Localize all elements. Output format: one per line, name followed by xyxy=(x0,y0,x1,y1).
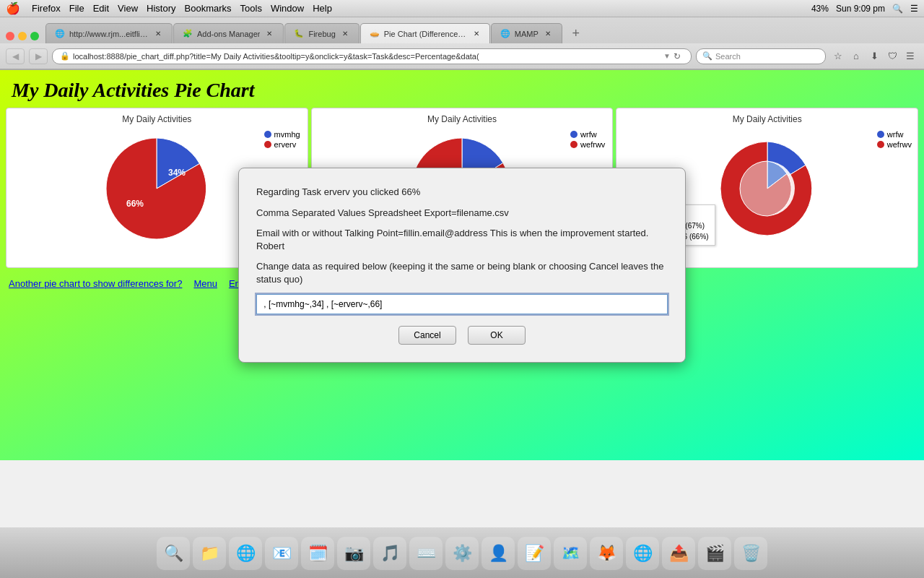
tab-bar: 🌐 http://www.rjm...eitfliessohigh ✕ 🧩 Ad… xyxy=(0,17,924,43)
tab-close-firebug[interactable]: ✕ xyxy=(340,29,350,39)
dock-icon-calendar[interactable]: 🗓️ xyxy=(301,537,334,570)
apple-menu[interactable]: 🍎 xyxy=(6,1,20,15)
menubar: 🍎 Firefox File Edit View History Bookmar… xyxy=(0,0,924,17)
ok-button[interactable]: OK xyxy=(468,326,526,345)
menu-help[interactable]: Help xyxy=(313,3,332,14)
tab-favicon: 🌐 xyxy=(55,29,65,38)
menu-tools[interactable]: Tools xyxy=(240,3,262,14)
tab-close-addons[interactable]: ✕ xyxy=(264,29,274,39)
tab-rjm[interactable]: 🌐 http://www.rjm...eitfliessohigh ✕ xyxy=(45,23,173,43)
battery-status: 43% xyxy=(811,4,829,14)
window-maximize[interactable] xyxy=(30,32,39,40)
menubar-search-icon[interactable]: 🔍 xyxy=(892,4,903,14)
dock-icon-maps[interactable]: 🗺️ xyxy=(554,537,587,570)
tab-piechart[interactable]: 🥧 Pie Chart (Differences) - RJ... ✕ xyxy=(360,23,490,43)
menu-window[interactable]: Window xyxy=(271,3,304,14)
download-icon[interactable]: ⬇ xyxy=(866,48,882,64)
refresh-button[interactable]: ↻ xyxy=(671,50,684,63)
url-text: localhost:8888/pie_chart_diff.php?title=… xyxy=(73,52,663,61)
back-button[interactable]: ◀ xyxy=(6,48,25,64)
search-bar[interactable]: 🔍 Search xyxy=(696,48,826,64)
clock: Sun 9:09 pm xyxy=(836,4,885,14)
modal-overlay: Regarding Task erverv you clicked 66% Co… xyxy=(0,70,924,460)
dock-icon-terminal[interactable]: ⌨️ xyxy=(409,537,443,570)
search-placeholder: Search xyxy=(715,52,741,61)
forward-button[interactable]: ▶ xyxy=(29,48,48,64)
menu-file[interactable]: File xyxy=(69,3,84,14)
tab-firebug[interactable]: 🐛 Firebug ✕ xyxy=(284,23,359,43)
menu-bookmarks[interactable]: Bookmarks xyxy=(185,3,232,14)
modal-dialog: Regarding Task erverv you clicked 66% Co… xyxy=(238,168,686,362)
dock-icon-settings[interactable]: ⚙️ xyxy=(445,537,479,570)
menu-icon[interactable]: ☰ xyxy=(902,48,918,64)
tab-addons[interactable]: 🧩 Add-ons Manager ✕ xyxy=(173,23,284,43)
tab-favicon: 🐛 xyxy=(294,29,304,38)
tab-favicon: 🥧 xyxy=(370,29,380,38)
lock-icon: 🔒 xyxy=(60,51,70,61)
tab-label: MAMP xyxy=(515,30,539,38)
dock-icon-mail[interactable]: 📧 xyxy=(265,537,298,570)
shield-icon[interactable]: 🛡 xyxy=(884,48,900,64)
new-tab-button[interactable]: + xyxy=(566,23,586,43)
tab-label: http://www.rjm...eitfliessohigh xyxy=(69,30,149,38)
dock-icon-safari[interactable]: 🌐 xyxy=(229,537,262,570)
dock-icon-music[interactable]: 🎵 xyxy=(373,537,406,570)
window-close[interactable] xyxy=(6,32,14,40)
tab-close-mamp[interactable]: ✕ xyxy=(543,29,553,39)
modal-line-1: Regarding Task erverv you clicked 66% xyxy=(256,186,668,199)
tab-close-rjm[interactable]: ✕ xyxy=(153,29,163,39)
tab-mamp[interactable]: 🌐 MAMP ✕ xyxy=(491,23,562,43)
modal-buttons: Cancel OK xyxy=(256,326,668,345)
menu-view[interactable]: View xyxy=(118,3,138,14)
nav-icons: ☆ ⌂ ⬇ 🛡 ☰ xyxy=(830,48,918,64)
tab-label: Add-ons Manager xyxy=(197,30,260,38)
modal-line-3: Email with or without Talking Point=fill… xyxy=(256,227,668,253)
search-icon: 🔍 xyxy=(702,51,712,61)
url-bar[interactable]: 🔒 localhost:8888/pie_chart_diff.php?titl… xyxy=(52,48,692,64)
dock: 🔍 📁 🌐 📧 🗓️ 📷 🎵 ⌨️ ⚙️ 👤 📝 🗺️ 🦊 🌐 📤 🎬 🗑️ xyxy=(0,527,924,578)
tab-close-piechart[interactable]: ✕ xyxy=(472,29,480,39)
dropdown-icon[interactable]: ▼ xyxy=(663,52,671,60)
dock-icon-firefox[interactable]: 🦊 xyxy=(590,537,623,570)
dock-icon-chrome[interactable]: 🌐 xyxy=(626,537,659,570)
menu-firefox[interactable]: Firefox xyxy=(32,3,61,14)
home-icon[interactable]: ⌂ xyxy=(848,48,864,64)
modal-input[interactable] xyxy=(256,294,668,314)
dock-icon-contacts[interactable]: 👤 xyxy=(481,537,515,570)
tab-label: Firebug xyxy=(308,30,335,38)
tab-label: Pie Chart (Differences) - RJ... xyxy=(384,30,468,38)
dock-icon-files[interactable]: 📁 xyxy=(193,537,226,570)
modal-line-2: Comma Separated Values Spreadsheet Expor… xyxy=(256,207,668,220)
nav-bar: ◀ ▶ 🔒 localhost:8888/pie_chart_diff.php?… xyxy=(0,43,924,69)
menu-edit[interactable]: Edit xyxy=(93,3,109,14)
menu-history[interactable]: History xyxy=(147,3,175,14)
modal-line-4: Change data as required below (keeping i… xyxy=(256,260,668,286)
tab-favicon: 🧩 xyxy=(183,29,193,38)
dock-icon-filezilla[interactable]: 📤 xyxy=(662,537,695,570)
dock-icon-notes[interactable]: 📝 xyxy=(518,537,551,570)
cancel-button[interactable]: Cancel xyxy=(398,326,456,345)
dock-icon-trash[interactable]: 🗑️ xyxy=(734,537,767,570)
bookmark-icon[interactable]: ☆ xyxy=(830,48,846,64)
dock-icon-vlc[interactable]: 🎬 xyxy=(698,537,731,570)
dock-icon-finder[interactable]: 🔍 xyxy=(157,537,190,570)
dock-icon-photos[interactable]: 📷 xyxy=(337,537,370,570)
window-minimize[interactable] xyxy=(18,32,27,40)
tab-favicon: 🌐 xyxy=(500,29,510,38)
browser-chrome: 🌐 http://www.rjm...eitfliessohigh ✕ 🧩 Ad… xyxy=(0,17,924,70)
menubar-list-icon[interactable]: ☰ xyxy=(910,4,918,14)
